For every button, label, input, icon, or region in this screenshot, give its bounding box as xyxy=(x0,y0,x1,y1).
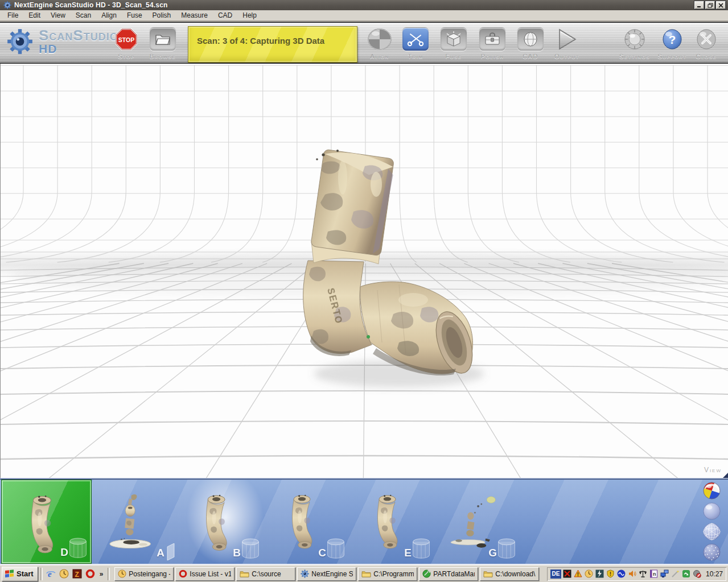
window-title-bar[interactable]: NextEngine ScanStudio HD - 3D_Scan_54.sc… xyxy=(0,0,728,10)
wireframe-view-button[interactable] xyxy=(702,522,721,541)
browse-button[interactable]: Browse xyxy=(146,26,180,61)
close-window-button[interactable] xyxy=(716,1,726,9)
stop-sign-icon: STOP xyxy=(115,28,138,51)
cylinder-scan-icon xyxy=(326,538,346,560)
folder-icon xyxy=(361,570,371,577)
trim-label: Trim xyxy=(398,53,433,60)
thumbnail-scan-e[interactable]: E xyxy=(349,480,434,564)
menu-polish[interactable]: Polish xyxy=(147,10,176,20)
trim-button-active[interactable]: Trim xyxy=(398,26,433,61)
thumbnail-letter: D xyxy=(60,546,68,559)
vpn-green-icon[interactable] xyxy=(682,569,691,579)
pulse-monitor-icon[interactable] xyxy=(617,569,626,579)
blocked-device-icon[interactable] xyxy=(693,569,702,579)
notes-doc-icon[interactable]: n xyxy=(649,569,659,579)
opera-icon xyxy=(179,569,187,578)
folder-icon xyxy=(483,570,493,577)
wand-icon[interactable] xyxy=(671,569,680,579)
settings-button[interactable]: Settings xyxy=(618,26,652,61)
network-icon[interactable] xyxy=(660,569,669,579)
gear-logo-icon xyxy=(7,28,33,55)
warning-triangle-icon[interactable] xyxy=(574,569,583,579)
task-c-source[interactable]: C:\source xyxy=(236,567,295,581)
menu-file[interactable]: File xyxy=(2,10,23,20)
task-partdataman[interactable]: PARTdataMan... xyxy=(419,567,478,581)
menu-help[interactable]: Help xyxy=(237,10,262,20)
quick-launch: e Z » xyxy=(45,569,106,579)
thumbnail-scan-b-highlighted[interactable]: B xyxy=(178,480,264,564)
cylinder-scan-icon xyxy=(240,538,261,560)
mail-clock-icon[interactable] xyxy=(59,569,69,579)
menu-align[interactable]: Align xyxy=(96,10,122,20)
fuse-button[interactable]: Fuse xyxy=(437,26,471,61)
menu-fuse[interactable]: Fuse xyxy=(122,10,147,20)
taskbar-clock[interactable]: 10:27 xyxy=(706,570,723,578)
quick-launch-overflow-chevron[interactable]: » xyxy=(98,570,105,578)
viewport-canvas: SERTO xyxy=(1,64,728,478)
output-label: Output xyxy=(550,53,584,60)
stop-label: Stop xyxy=(109,53,143,60)
menu-cad[interactable]: CAD xyxy=(213,10,237,20)
thumbnail-letter: C xyxy=(318,547,326,559)
points-view-button[interactable] xyxy=(702,543,721,562)
task-issue-list[interactable]: Issue List - v1... xyxy=(175,567,235,581)
language-indicator[interactable]: DE xyxy=(550,569,561,579)
scales-icon[interactable] xyxy=(639,569,648,579)
clock-sync-icon[interactable] xyxy=(585,569,594,579)
brand-name: ScanStudio xyxy=(39,28,118,43)
plane-scan-icon xyxy=(166,543,175,560)
thumbnail-scan-c[interactable]: C xyxy=(264,480,349,564)
close-project-button[interactable]: Close xyxy=(689,26,723,61)
taskbar-separator xyxy=(40,568,43,580)
start-button[interactable]: Start xyxy=(2,567,38,581)
menu-scan[interactable]: Scan xyxy=(71,10,96,20)
security-shield-icon[interactable] xyxy=(606,569,615,579)
menu-measure[interactable]: Measure xyxy=(176,10,213,20)
task-posteingang[interactable]: Posteingang -... xyxy=(114,567,174,581)
fuse-cube-icon xyxy=(441,28,467,51)
scanstudio-gear-icon xyxy=(301,569,309,578)
svg-text:Z: Z xyxy=(75,571,79,579)
view-label: View xyxy=(704,466,722,474)
main-toolbar: ScanStudio HD STOP Stop Browse Scan: 3 o… xyxy=(0,22,728,64)
task-c-download[interactable]: C:\download\... xyxy=(480,567,539,581)
red-x-icon[interactable] xyxy=(563,569,572,579)
shaded-view-button[interactable] xyxy=(702,502,721,521)
volume-icon[interactable] xyxy=(628,569,637,579)
minimize-button[interactable] xyxy=(694,1,704,9)
restore-button[interactable] xyxy=(705,1,715,9)
polish-button[interactable]: Polish xyxy=(475,26,509,61)
task-nextengine[interactable]: NextEngine S... xyxy=(297,567,356,581)
cad-button[interactable]: CAD xyxy=(513,26,548,61)
thumbnail-scan-a[interactable]: A xyxy=(93,480,178,564)
mail-clock-icon xyxy=(118,569,126,578)
scan-filmstrip: D A B C E G xyxy=(0,478,728,565)
task-c-programm[interactable]: C:\Programm... xyxy=(358,567,417,581)
filezilla-icon[interactable]: Z xyxy=(72,569,83,579)
opera-icon[interactable] xyxy=(85,569,96,579)
start-label: Start xyxy=(17,569,34,578)
svg-text:?: ? xyxy=(669,33,676,46)
menu-view[interactable]: View xyxy=(46,10,71,20)
thumbnail-letter: A xyxy=(157,547,164,559)
thumbnail-scan-g[interactable]: G xyxy=(434,480,520,564)
internet-shortcut-icon[interactable]: e xyxy=(46,569,56,579)
support-button[interactable]: ? Support xyxy=(655,26,689,61)
output-button[interactable]: Output xyxy=(550,26,584,61)
flash-tool-icon[interactable] xyxy=(595,569,604,579)
3d-viewport[interactable]: SERTO View xyxy=(0,64,728,478)
stop-button[interactable]: STOP Stop xyxy=(109,26,143,61)
thumbnail-scan-d-selected[interactable]: D xyxy=(1,480,92,564)
scanstudio-logo: ScanStudio HD xyxy=(7,28,118,55)
scan-status-banner: Scan: 3 of 4: Capturing 3D Data xyxy=(188,26,357,63)
color-view-button[interactable] xyxy=(702,481,721,500)
windows-taskbar: Start e Z » Posteingang -... xyxy=(0,565,728,582)
toolbox-icon xyxy=(479,28,505,51)
browse-label: Browse xyxy=(146,53,180,60)
menu-edit[interactable]: Edit xyxy=(23,10,46,20)
windows-flag-icon xyxy=(5,569,14,578)
close-label: Close xyxy=(689,53,723,60)
system-tray: DE xyxy=(547,567,726,581)
align-button[interactable]: Align xyxy=(363,26,397,61)
settings-dial-icon xyxy=(623,28,646,51)
